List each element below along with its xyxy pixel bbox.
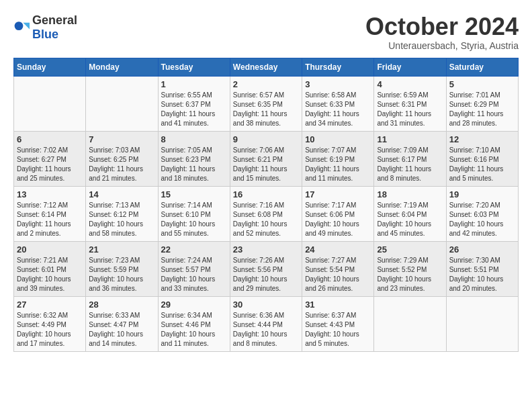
month-title: October 2024 [365, 13, 519, 40]
day-number: 28 [89, 300, 154, 310]
week-row-1: 1Sunrise: 6:55 AM Sunset: 6:37 PM Daylig… [14, 76, 519, 131]
calendar-cell: 6Sunrise: 7:02 AM Sunset: 6:27 PM Daylig… [14, 131, 86, 186]
svg-point-0 [15, 21, 24, 30]
calendar-cell: 4Sunrise: 6:59 AM Sunset: 6:31 PM Daylig… [374, 76, 446, 131]
calendar-cell: 30Sunrise: 6:36 AM Sunset: 4:44 PM Dayli… [230, 296, 302, 351]
calendar-cell [446, 296, 518, 351]
day-number: 25 [377, 244, 443, 255]
day-header-saturday: Saturday [446, 58, 518, 76]
day-detail: Sunrise: 7:05 AM Sunset: 6:23 PM Dayligh… [161, 146, 227, 183]
calendar-header-row: SundayMondayTuesdayWednesdayThursdayFrid… [14, 58, 519, 76]
calendar-cell: 25Sunrise: 7:29 AM Sunset: 5:52 PM Dayli… [374, 241, 446, 296]
day-number: 26 [449, 244, 515, 255]
day-detail: Sunrise: 7:16 AM Sunset: 6:08 PM Dayligh… [233, 201, 299, 238]
day-detail: Sunrise: 7:20 AM Sunset: 6:03 PM Dayligh… [449, 201, 515, 238]
calendar-cell: 22Sunrise: 7:24 AM Sunset: 5:57 PM Dayli… [158, 241, 230, 296]
day-detail: Sunrise: 7:06 AM Sunset: 6:21 PM Dayligh… [233, 146, 299, 183]
calendar-cell: 1Sunrise: 6:55 AM Sunset: 6:37 PM Daylig… [158, 76, 230, 131]
calendar-cell: 12Sunrise: 7:10 AM Sunset: 6:16 PM Dayli… [446, 131, 518, 186]
day-header-thursday: Thursday [302, 58, 374, 76]
calendar-cell: 11Sunrise: 7:09 AM Sunset: 6:17 PM Dayli… [374, 131, 446, 186]
day-detail: Sunrise: 7:24 AM Sunset: 5:57 PM Dayligh… [161, 256, 227, 293]
day-detail: Sunrise: 7:21 AM Sunset: 6:01 PM Dayligh… [17, 256, 83, 293]
calendar-cell: 3Sunrise: 6:58 AM Sunset: 6:33 PM Daylig… [302, 76, 374, 131]
calendar-cell: 24Sunrise: 7:27 AM Sunset: 5:54 PM Dayli… [302, 241, 374, 296]
day-detail: Sunrise: 6:55 AM Sunset: 6:37 PM Dayligh… [161, 91, 227, 128]
day-detail: Sunrise: 6:59 AM Sunset: 6:31 PM Dayligh… [377, 91, 443, 128]
calendar-cell: 5Sunrise: 7:01 AM Sunset: 6:29 PM Daylig… [446, 76, 518, 131]
logo-general: General [32, 13, 77, 27]
week-row-5: 27Sunrise: 6:32 AM Sunset: 4:49 PM Dayli… [14, 296, 519, 351]
day-detail: Sunrise: 6:36 AM Sunset: 4:44 PM Dayligh… [233, 311, 299, 349]
calendar-cell: 9Sunrise: 7:06 AM Sunset: 6:21 PM Daylig… [230, 131, 302, 186]
day-number: 20 [17, 244, 83, 255]
day-detail: Sunrise: 7:02 AM Sunset: 6:27 PM Dayligh… [17, 146, 83, 183]
header: General Blue October 2024 Unterauersbach… [13, 13, 519, 51]
day-number: 16 [233, 189, 299, 199]
day-number: 10 [305, 134, 371, 144]
day-number: 5 [449, 79, 515, 89]
day-number: 1 [161, 79, 227, 89]
calendar-cell: 31Sunrise: 6:37 AM Sunset: 4:43 PM Dayli… [302, 296, 374, 351]
calendar-cell: 17Sunrise: 7:17 AM Sunset: 6:06 PM Dayli… [302, 186, 374, 241]
day-number: 21 [89, 244, 154, 255]
subtitle: Unterauersbach, Styria, Austria [365, 40, 519, 51]
calendar-cell [86, 76, 158, 131]
day-number: 9 [233, 134, 299, 144]
day-detail: Sunrise: 6:33 AM Sunset: 4:47 PM Dayligh… [89, 311, 154, 349]
day-header-sunday: Sunday [14, 58, 86, 76]
calendar-cell: 8Sunrise: 7:05 AM Sunset: 6:23 PM Daylig… [158, 131, 230, 186]
calendar-cell: 26Sunrise: 7:30 AM Sunset: 5:51 PM Dayli… [446, 241, 518, 296]
day-detail: Sunrise: 7:27 AM Sunset: 5:54 PM Dayligh… [305, 256, 371, 293]
day-detail: Sunrise: 7:17 AM Sunset: 6:06 PM Dayligh… [305, 201, 371, 238]
calendar-table: SundayMondayTuesdayWednesdayThursdayFrid… [13, 58, 519, 352]
day-detail: Sunrise: 7:26 AM Sunset: 5:56 PM Dayligh… [233, 256, 299, 293]
week-row-3: 13Sunrise: 7:12 AM Sunset: 6:14 PM Dayli… [14, 186, 519, 241]
day-detail: Sunrise: 7:14 AM Sunset: 6:10 PM Dayligh… [161, 201, 227, 238]
day-number: 17 [305, 189, 371, 199]
day-header-wednesday: Wednesday [230, 58, 302, 76]
calendar-cell: 23Sunrise: 7:26 AM Sunset: 5:56 PM Dayli… [230, 241, 302, 296]
day-number: 29 [161, 300, 227, 310]
day-number: 14 [89, 189, 154, 199]
calendar-cell: 20Sunrise: 7:21 AM Sunset: 6:01 PM Dayli… [14, 241, 86, 296]
day-number: 2 [233, 79, 299, 89]
day-number: 18 [377, 189, 443, 199]
day-detail: Sunrise: 7:29 AM Sunset: 5:52 PM Dayligh… [377, 256, 443, 293]
calendar-cell: 18Sunrise: 7:19 AM Sunset: 6:04 PM Dayli… [374, 186, 446, 241]
day-number: 12 [449, 134, 515, 144]
calendar-cell [14, 76, 86, 131]
day-detail: Sunrise: 6:32 AM Sunset: 4:49 PM Dayligh… [17, 311, 83, 349]
day-number: 4 [377, 79, 443, 89]
day-detail: Sunrise: 7:19 AM Sunset: 6:04 PM Dayligh… [377, 201, 443, 238]
day-detail: Sunrise: 7:13 AM Sunset: 6:12 PM Dayligh… [89, 201, 154, 238]
calendar-body: 1Sunrise: 6:55 AM Sunset: 6:37 PM Daylig… [14, 76, 519, 351]
day-header-tuesday: Tuesday [158, 58, 230, 76]
day-number: 23 [233, 244, 299, 255]
calendar-cell: 21Sunrise: 7:23 AM Sunset: 5:59 PM Dayli… [86, 241, 158, 296]
logo: General Blue [13, 13, 77, 42]
day-detail: Sunrise: 7:01 AM Sunset: 6:29 PM Dayligh… [449, 91, 515, 128]
day-detail: Sunrise: 7:10 AM Sunset: 6:16 PM Dayligh… [449, 146, 515, 183]
calendar-cell: 10Sunrise: 7:07 AM Sunset: 6:19 PM Dayli… [302, 131, 374, 186]
calendar-cell [374, 296, 446, 351]
calendar-cell: 29Sunrise: 6:34 AM Sunset: 4:46 PM Dayli… [158, 296, 230, 351]
calendar-cell: 28Sunrise: 6:33 AM Sunset: 4:47 PM Dayli… [86, 296, 158, 351]
calendar-cell: 14Sunrise: 7:13 AM Sunset: 6:12 PM Dayli… [86, 186, 158, 241]
day-detail: Sunrise: 7:03 AM Sunset: 6:25 PM Dayligh… [89, 146, 154, 183]
day-number: 7 [89, 134, 154, 144]
logo-icon [13, 19, 30, 36]
day-number: 24 [305, 244, 371, 255]
title-area: October 2024 Unterauersbach, Styria, Aus… [365, 13, 519, 51]
day-number: 19 [449, 189, 515, 199]
day-detail: Sunrise: 6:57 AM Sunset: 6:35 PM Dayligh… [233, 91, 299, 128]
day-number: 8 [161, 134, 227, 144]
day-header-monday: Monday [86, 58, 158, 76]
day-header-friday: Friday [374, 58, 446, 76]
day-detail: Sunrise: 7:30 AM Sunset: 5:51 PM Dayligh… [449, 256, 515, 293]
calendar-cell: 19Sunrise: 7:20 AM Sunset: 6:03 PM Dayli… [446, 186, 518, 241]
logo-blue: Blue [32, 28, 58, 41]
calendar-cell: 16Sunrise: 7:16 AM Sunset: 6:08 PM Dayli… [230, 186, 302, 241]
day-detail: Sunrise: 7:12 AM Sunset: 6:14 PM Dayligh… [17, 201, 83, 238]
day-number: 31 [305, 300, 371, 310]
